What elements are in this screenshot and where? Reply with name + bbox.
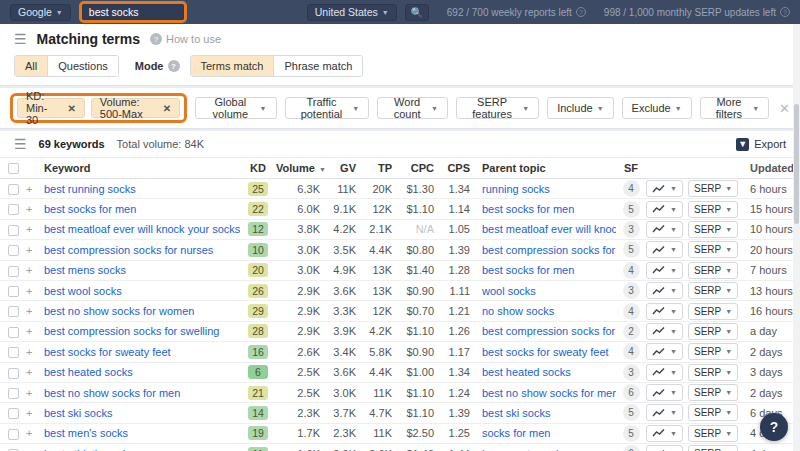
keyword-link[interactable]: best socks for men — [44, 203, 240, 215]
add-to-list-icon[interactable]: + — [26, 203, 44, 215]
column-header-kd[interactable]: KD — [240, 162, 276, 174]
trend-chart-button[interactable]: ▼ — [646, 323, 683, 340]
parent-topic-link[interactable]: best ski socks — [470, 407, 616, 419]
filter-traffic-potential[interactable]: Traffic potential ▼ — [285, 97, 370, 119]
serp-dropdown-button[interactable]: SERP▼ — [688, 221, 738, 238]
column-header-cps[interactable]: CPS — [434, 162, 470, 174]
search-button[interactable]: 🔍 — [405, 4, 429, 21]
parent-topic-link[interactable]: running socks — [470, 183, 616, 195]
trend-chart-button[interactable]: ▼ — [646, 180, 683, 197]
how-to-use-link[interactable]: ? How to use — [150, 33, 221, 45]
serp-dropdown-button[interactable]: SERP▼ — [688, 323, 738, 340]
serp-dropdown-button[interactable]: SERP▼ — [688, 282, 738, 299]
filter-exclude[interactable]: Exclude ▼ — [622, 97, 692, 119]
filter-include[interactable]: Include ▼ — [547, 97, 613, 119]
filter-chip-kd[interactable]: KD: Min-30 ✕ — [17, 98, 85, 118]
add-to-list-icon[interactable]: + — [26, 285, 44, 297]
keyword-search-input[interactable] — [82, 4, 184, 20]
serp-dropdown-button[interactable]: SERP▼ — [688, 343, 738, 360]
serp-dropdown-button[interactable]: SERP▼ — [688, 303, 738, 320]
keyword-link[interactable]: best wool socks — [44, 285, 240, 297]
column-header-keyword[interactable]: Keyword — [44, 162, 240, 174]
parent-topic-link[interactable]: no show socks — [470, 305, 616, 317]
filter-global-volume[interactable]: Global volume ▼ — [195, 97, 277, 119]
clear-filters-icon[interactable]: ✕ — [779, 101, 790, 116]
keyword-link[interactable]: best no show socks for men — [44, 387, 240, 399]
trend-chart-button[interactable]: ▼ — [646, 445, 683, 451]
reports-menu-icon[interactable]: ☰ — [14, 32, 27, 46]
vertical-scrollbar[interactable] — [793, 24, 800, 451]
parent-topic-link[interactable]: best compression socks for swelling — [470, 325, 616, 337]
parent-topic-link[interactable]: wool socks — [470, 285, 616, 297]
tab-phrase-match[interactable]: Phrase match — [274, 56, 362, 76]
column-header-volume[interactable]: Volume▼ — [276, 162, 320, 174]
list-options-icon[interactable]: ☰ — [14, 137, 27, 151]
row-checkbox[interactable] — [8, 408, 19, 419]
row-checkbox[interactable] — [8, 368, 19, 379]
trend-chart-button[interactable]: ▼ — [646, 364, 683, 381]
keyword-link[interactable]: best compression socks for swelling — [44, 325, 240, 337]
trend-chart-button[interactable]: ▼ — [646, 201, 683, 218]
keyword-link[interactable]: best meatloaf ever will knock your socks… — [44, 223, 240, 235]
parent-topic-link[interactable]: best heated socks — [470, 366, 616, 378]
help-button[interactable]: ? — [760, 413, 788, 441]
row-checkbox[interactable] — [8, 245, 19, 256]
select-all-checkbox[interactable] — [8, 163, 19, 174]
keyword-link[interactable]: best men's socks — [44, 427, 240, 439]
serp-dropdown-button[interactable]: SERP▼ — [688, 364, 738, 381]
keyword-link[interactable]: best compression socks for nurses — [44, 244, 240, 256]
filter-serp-features[interactable]: SERP features ▼ — [456, 97, 539, 119]
column-header-parent-topic[interactable]: Parent topic — [470, 162, 616, 174]
tab-terms-match[interactable]: Terms match — [191, 56, 275, 76]
keyword-link[interactable]: best mens socks — [44, 264, 240, 276]
column-header-sf[interactable]: SF — [616, 162, 646, 174]
trend-chart-button[interactable]: ▼ — [646, 303, 683, 320]
add-to-list-icon[interactable]: + — [26, 387, 44, 399]
add-to-list-icon[interactable]: + — [26, 305, 44, 317]
scrollbar-thumb[interactable] — [794, 104, 799, 224]
trend-chart-button[interactable]: ▼ — [646, 262, 683, 279]
add-to-list-icon[interactable]: + — [26, 264, 44, 276]
row-checkbox[interactable] — [8, 429, 19, 440]
trend-chart-button[interactable]: ▼ — [646, 384, 683, 401]
export-button[interactable]: ▼ Export — [736, 138, 786, 151]
row-checkbox[interactable] — [8, 286, 19, 297]
parent-topic-link[interactable]: best socks for men — [470, 264, 616, 276]
row-checkbox[interactable] — [8, 204, 19, 215]
serp-dropdown-button[interactable]: SERP▼ — [688, 180, 738, 197]
add-to-list-icon[interactable]: + — [26, 244, 44, 256]
row-checkbox[interactable] — [8, 266, 19, 277]
serp-dropdown-button[interactable]: SERP▼ — [688, 384, 738, 401]
serp-dropdown-button[interactable]: SERP▼ — [688, 201, 738, 218]
serp-dropdown-button[interactable]: SERP▼ — [688, 425, 738, 442]
trend-chart-button[interactable]: ▼ — [646, 221, 683, 238]
add-to-list-icon[interactable]: + — [26, 325, 44, 337]
parent-topic-link[interactable]: best no show socks for men — [470, 387, 616, 399]
trend-chart-button[interactable]: ▼ — [646, 241, 683, 258]
tab-questions[interactable]: Questions — [48, 56, 118, 76]
trend-chart-button[interactable]: ▼ — [646, 404, 683, 421]
trend-chart-button[interactable]: ▼ — [646, 343, 683, 360]
add-to-list-icon[interactable]: + — [26, 407, 44, 419]
trend-chart-button[interactable]: ▼ — [646, 425, 683, 442]
add-to-list-icon[interactable]: + — [26, 183, 44, 195]
filter-chip-volume[interactable]: Volume: 500-Max ✕ — [91, 98, 180, 118]
filter-word-count[interactable]: Word count ▼ — [377, 97, 448, 119]
parent-topic-link[interactable]: best socks for sweaty feet — [470, 346, 616, 358]
row-checkbox[interactable] — [8, 347, 19, 358]
serp-dropdown-button[interactable]: SERP▼ — [688, 262, 738, 279]
keyword-link[interactable]: best ski socks — [44, 407, 240, 419]
add-to-list-icon[interactable]: + — [26, 223, 44, 235]
add-to-list-icon[interactable]: + — [26, 346, 44, 358]
row-checkbox[interactable] — [8, 184, 19, 195]
parent-topic-link[interactable]: best socks for men — [470, 203, 616, 215]
filter-more-filters[interactable]: More filters ▼ — [700, 97, 769, 119]
row-checkbox[interactable] — [8, 225, 19, 236]
add-to-list-icon[interactable]: + — [26, 427, 44, 439]
keyword-link[interactable]: best heated socks — [44, 366, 240, 378]
keyword-link[interactable]: best no show socks for women — [44, 305, 240, 317]
country-dropdown[interactable]: United States ▼ — [307, 4, 397, 21]
serp-dropdown-button[interactable]: SERP▼ — [688, 241, 738, 258]
add-to-list-icon[interactable]: + — [26, 366, 44, 378]
row-checkbox[interactable] — [8, 306, 19, 317]
